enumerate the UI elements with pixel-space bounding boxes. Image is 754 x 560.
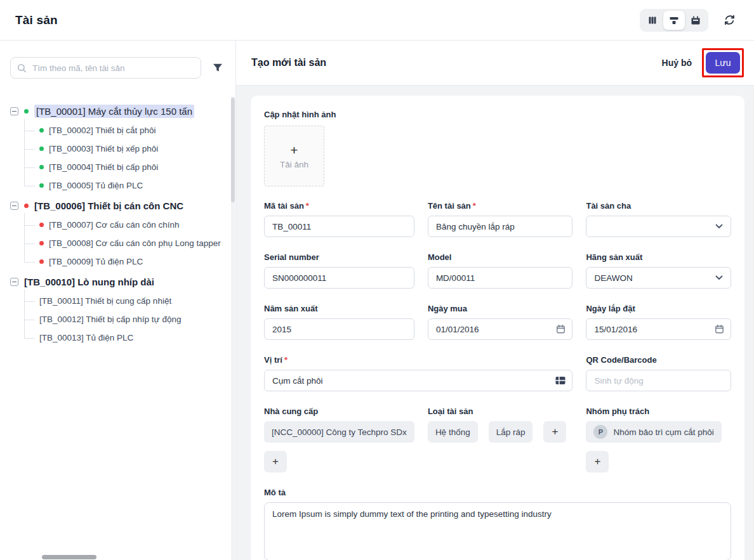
serial-number-label: Serial number: [264, 252, 414, 262]
save-button[interactable]: Lưu: [706, 52, 740, 74]
tree-node-label[interactable]: [TB_00013] Tủ điện PLC: [39, 333, 133, 342]
status-dot-green: [39, 183, 44, 188]
tree-node-label[interactable]: [TB_00009] Tủ điện PLC: [49, 257, 143, 266]
filter-icon[interactable]: [210, 60, 225, 75]
tree-node-label[interactable]: [TB_00008] Cơ cấu cán côn phụ Long tappe…: [49, 238, 221, 248]
team-chip-label: Nhóm bảo trì cụm cắt phôi: [613, 427, 713, 437]
calendar-icon[interactable]: [556, 325, 566, 334]
board-view-icon[interactable]: [663, 11, 685, 30]
parent-asset-label: Tài sản cha: [586, 201, 731, 211]
search-input[interactable]: [32, 63, 194, 73]
tree-node-label[interactable]: [TB_00002] Thiết bị cắt phôi: [49, 126, 156, 135]
asset-tree-panel: [TB_00001] Máy cắt thủy lực 150 tấn [TB_…: [0, 41, 236, 560]
supplier-chip[interactable]: [NCC_00000] Công ty Techpro SDx: [264, 421, 414, 443]
location-field[interactable]: [264, 370, 572, 391]
status-dot-red: [39, 259, 44, 264]
required-marker: *: [306, 201, 309, 211]
collapse-icon[interactable]: [10, 278, 18, 286]
calendar-view-icon[interactable]: [685, 11, 706, 30]
plus-icon: +: [290, 143, 298, 157]
upload-label: Tải ảnh: [280, 160, 308, 169]
refresh-icon[interactable]: [720, 11, 739, 30]
main-panel: Tạo mới tài sản Huỷ bỏ Lưu Cập nhật hình…: [236, 41, 754, 560]
install-date-field[interactable]: [586, 318, 731, 340]
status-dot-red: [39, 223, 44, 227]
view-switcher: [640, 9, 708, 32]
status-dot-green: [39, 128, 44, 133]
vertical-scrollbar-thumb[interactable]: [231, 98, 235, 202]
tree-node-tb00007[interactable]: [TB_00007] Cơ cấu cán côn chính: [24, 216, 229, 234]
tree-node-label[interactable]: [TB_00011] Thiết bị cung cấp nhiệt: [39, 296, 171, 306]
chevron-down-icon: [715, 275, 723, 280]
manufacturer-label: Hãng sản xuất: [586, 252, 731, 262]
tree-node-label[interactable]: [TB_00003] Thiết bị xếp phôi: [49, 144, 158, 153]
location-table-icon[interactable]: [555, 377, 566, 385]
tree-node-tb00011[interactable]: [TB_00011] Thiết bị cung cấp nhiệt: [24, 292, 229, 310]
status-dot-green: [39, 165, 44, 169]
tree-node-tb00009[interactable]: [TB_00009] Tủ điện PLC: [24, 252, 229, 271]
location-label: Vị trí*: [264, 355, 572, 365]
tree-node-label[interactable]: [TB_00012] Thiết bị cấp nhíp tự động: [39, 315, 181, 324]
manufacturer-select[interactable]: DEAWON: [586, 267, 731, 289]
cancel-button[interactable]: Huỷ bỏ: [662, 58, 692, 68]
description-field[interactable]: Lorem Ipsum is simply dummy text of the …: [264, 502, 731, 560]
tree-node-tb00006[interactable]: [TB_00006] Thiết bị cán côn CNC: [10, 196, 229, 216]
model-field[interactable]: [428, 267, 573, 289]
collapse-icon[interactable]: [10, 107, 18, 115]
tree-node-tb00001[interactable]: [TB_00001] Máy cắt thủy lực 150 tấn: [10, 101, 229, 121]
tree-node-tb00002[interactable]: [TB_00002] Thiết bị cắt phôi: [24, 121, 229, 140]
tree-node-tb00010[interactable]: [TB_00010] Lò nung nhíp dài: [10, 272, 229, 292]
tree-node-label[interactable]: [TB_00007] Cơ cấu cán côn chính: [49, 220, 179, 230]
header-actions: [640, 9, 739, 32]
upload-image-button[interactable]: + Tải ảnh: [264, 126, 324, 186]
qr-code-field[interactable]: [586, 370, 731, 391]
model-label: Model: [428, 252, 573, 262]
required-marker: *: [473, 201, 476, 211]
image-section-label: Cập nhật hình ảnh: [264, 110, 731, 119]
vertical-scrollbar[interactable]: [231, 96, 235, 560]
calendar-icon[interactable]: [715, 325, 724, 334]
serial-number-field[interactable]: [264, 267, 414, 289]
tree-node-label[interactable]: [TB_00006] Thiết bị cán côn CNC: [34, 200, 183, 211]
tree-node-tb00008[interactable]: [TB_00008] Cơ cấu cán côn phụ Long tappe…: [24, 234, 229, 252]
tree-node-tb00004[interactable]: [TB_00004] Thiết bị cấp phôi: [24, 158, 229, 176]
asset-name-field[interactable]: [428, 216, 573, 237]
page-title: Tài sản: [15, 13, 58, 27]
tree-node-label[interactable]: [TB_00010] Lò nung nhíp dài: [24, 277, 154, 287]
manufacture-year-field[interactable]: [264, 318, 414, 340]
team-chip[interactable]: P Nhóm bảo trì cụm cắt phôi: [586, 421, 721, 443]
search-icon: [17, 63, 27, 73]
form-title: Tạo mới tài sản: [251, 57, 326, 68]
app-header: Tài sản: [0, 0, 754, 41]
add-supplier-button[interactable]: +: [264, 451, 287, 472]
tree-node-label[interactable]: [TB_00004] Thiết bị cấp phôi: [49, 162, 158, 172]
tree-node-tb00003[interactable]: [TB_00003] Thiết bị xếp phôi: [24, 140, 229, 158]
asset-type-chip[interactable]: Hệ thống: [428, 421, 478, 443]
asset-code-field[interactable]: [264, 216, 414, 237]
form-header: Tạo mới tài sản Huỷ bỏ Lưu: [236, 41, 754, 86]
search-box[interactable]: [10, 57, 201, 79]
status-dot-red: [39, 241, 44, 245]
description-label: Mô tả: [264, 488, 731, 497]
manufacturer-value: DEAWON: [594, 273, 632, 283]
status-dot-green: [39, 147, 44, 151]
tree-node-tb00005[interactable]: [TB_00005] Tủ điện PLC: [24, 176, 229, 195]
purchase-date-field[interactable]: [428, 318, 573, 340]
tree-node-tb00013[interactable]: [TB_00013] Tủ điện PLC: [24, 329, 229, 347]
add-asset-type-button[interactable]: +: [543, 421, 566, 443]
annotation-highlight-box: Lưu: [702, 48, 744, 77]
collapse-icon[interactable]: [10, 202, 18, 210]
tree-node-tb00012[interactable]: [TB_00012] Thiết bị cấp nhíp tự động: [24, 310, 229, 329]
asset-type-label: Loại tài sản: [428, 407, 573, 416]
horizontal-scrollbar-thumb[interactable]: [42, 555, 96, 559]
asset-tree: [TB_00001] Máy cắt thủy lực 150 tấn [TB_…: [0, 88, 235, 347]
tree-node-label[interactable]: [TB_00001] Máy cắt thủy lực 150 tấn: [34, 105, 194, 118]
columns-view-icon[interactable]: [642, 11, 663, 30]
qr-code-label: QR Code/Barcode: [586, 355, 731, 365]
tree-node-label[interactable]: [TB_00005] Tủ điện PLC: [49, 181, 143, 190]
parent-asset-select[interactable]: [586, 216, 731, 237]
asset-form-card: Cập nhật hình ảnh + Tải ảnh Mã tài sản* …: [251, 96, 744, 560]
manufacture-year-label: Năm sản xuất: [264, 304, 414, 313]
add-team-button[interactable]: +: [586, 451, 609, 472]
asset-type-chip[interactable]: Lắp ráp: [489, 421, 533, 443]
